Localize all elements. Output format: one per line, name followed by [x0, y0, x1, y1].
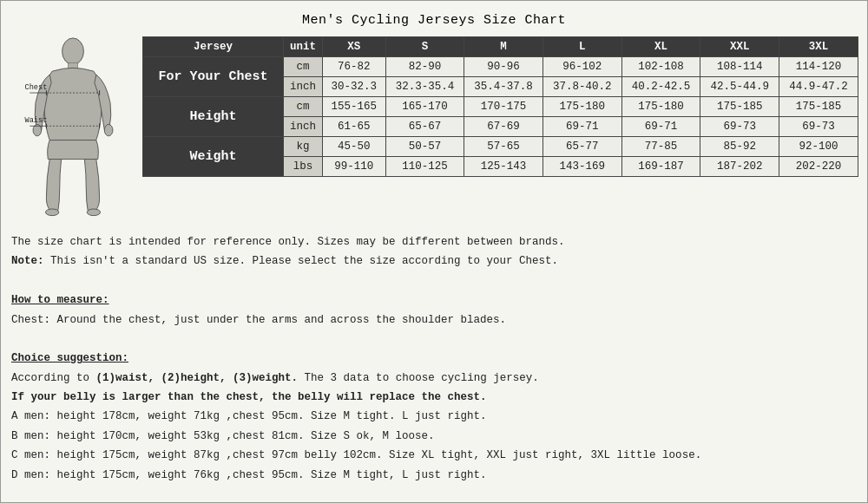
- notes-section: The size chart is intended for reference…: [10, 227, 858, 487]
- unit-cell: cm: [283, 57, 322, 77]
- data-cell-l: 96-102: [542, 57, 621, 77]
- table-row: For Your Chestcm76-8282-9090-9696-102102…: [143, 57, 858, 77]
- note-spacer2: [11, 331, 857, 348]
- choice-label: Choice suggestion:: [11, 350, 857, 367]
- data-cell-m: 35.4-37.8: [464, 77, 543, 97]
- note-line1: The size chart is intended for reference…: [11, 234, 857, 251]
- data-cell-xxl: 69-73: [700, 117, 779, 137]
- unit-cell: kg: [283, 137, 322, 157]
- choice-line2: If your belly is larger than the chest, …: [11, 389, 857, 406]
- unit-cell: lbs: [283, 157, 322, 177]
- data-cell-xs: 61-65: [323, 117, 385, 137]
- choice-c: C men: height 175cm, weight 87kg ,chest …: [11, 447, 857, 464]
- table-header-row: Jersey unit XS S M L XL XXL 3XL: [143, 37, 858, 57]
- note-line2: Note: This isn't a standard US size. Ple…: [11, 253, 857, 270]
- data-cell-s: 65-67: [385, 117, 464, 137]
- data-cell-s: 110-125: [385, 157, 464, 177]
- data-cell-xl: 77-85: [621, 137, 700, 157]
- page-title: Men's Cycling Jerseys Size Chart: [302, 13, 566, 28]
- choice-weight: (3)weight.: [233, 372, 298, 384]
- data-cell-xl: 40.2-42.5: [621, 77, 700, 97]
- data-cell-xs: 155-165: [323, 97, 385, 117]
- data-cell-s: 32.3-35.4: [385, 77, 464, 97]
- unit-cell: cm: [283, 97, 322, 117]
- data-cell-xxl: 42.5-44.9: [700, 77, 779, 97]
- choice-b: B men: height 170cm, weight 53kg ,chest …: [11, 428, 857, 445]
- data-cell-m: 90-96: [464, 57, 543, 77]
- table-row: Heightcm155-165165-170170-175175-180175-…: [143, 97, 858, 117]
- data-cell-xs: 30-32.3: [323, 77, 385, 97]
- category-cell-0: For Your Chest: [143, 57, 284, 97]
- col-header-xxl: XXL: [700, 37, 779, 57]
- data-cell-l: 69-71: [542, 117, 621, 137]
- size-chart-table: Jersey unit XS S M L XL XXL 3XL For Your…: [142, 36, 858, 177]
- data-cell-xxxl: 69-73: [779, 117, 858, 137]
- choice-d: D men: height 175cm, weight 76kg ,chest …: [11, 467, 857, 484]
- data-cell-xxl: 175-185: [700, 97, 779, 117]
- table-row: Weightkg45-5050-5757-6565-7777-8585-9292…: [143, 137, 858, 157]
- data-cell-xs: 76-82: [323, 57, 385, 77]
- choice-line1: According to (1)waist, (2)height, (3)wei…: [11, 370, 857, 387]
- note-spacer: [11, 273, 857, 290]
- col-header-unit: unit: [283, 37, 322, 57]
- svg-point-5: [87, 209, 100, 216]
- data-cell-s: 165-170: [385, 97, 464, 117]
- col-header-xs: XS: [323, 37, 385, 57]
- svg-point-0: [62, 38, 83, 65]
- chest-label: Chest: [24, 83, 47, 92]
- note-label: Note:: [11, 255, 44, 267]
- how-label: How to measure:: [11, 292, 857, 309]
- unit-cell: inch: [283, 77, 322, 97]
- data-cell-l: 143-169: [542, 157, 621, 177]
- data-cell-xs: 45-50: [323, 137, 385, 157]
- col-header-l: L: [542, 37, 621, 57]
- data-cell-xxl: 187-202: [700, 157, 779, 177]
- waist-label: Waist: [24, 116, 47, 125]
- data-cell-xl: 175-180: [621, 97, 700, 117]
- category-cell-2: Weight: [143, 137, 284, 177]
- choice-height: (2)height,: [161, 372, 227, 384]
- page-container: Men's Cycling Jerseys Size Chart: [0, 0, 868, 503]
- data-cell-xxxl: 175-185: [779, 97, 858, 117]
- data-cell-m: 67-69: [464, 117, 543, 137]
- data-cell-xxxl: 202-220: [779, 157, 858, 177]
- data-cell-xxl: 85-92: [700, 137, 779, 157]
- body-figure: Chest Waist: [21, 36, 125, 227]
- data-cell-l: 175-180: [542, 97, 621, 117]
- unit-cell: inch: [283, 117, 322, 137]
- col-header-xl: XL: [621, 37, 700, 57]
- data-cell-xxxl: 44.9-47.2: [779, 77, 858, 97]
- data-cell-s: 82-90: [385, 57, 464, 77]
- how-text: Chest: Around the chest, just under the …: [11, 312, 857, 329]
- data-cell-xxxl: 92-100: [779, 137, 858, 157]
- data-cell-xl: 102-108: [621, 57, 700, 77]
- data-cell-l: 37.8-40.2: [542, 77, 621, 97]
- data-cell-xs: 99-110: [323, 157, 385, 177]
- figure-wrap: Chest Waist: [21, 36, 125, 227]
- size-chart-table-col: Jersey unit XS S M L XL XXL 3XL For Your…: [142, 36, 858, 227]
- content-row: Chest Waist Jersey unit XS S M L XL: [10, 36, 858, 227]
- svg-point-3: [104, 124, 113, 135]
- data-cell-l: 65-77: [542, 137, 621, 157]
- data-cell-m: 125-143: [464, 157, 543, 177]
- col-header-jersey: Jersey: [143, 37, 284, 57]
- note-text: This isn't a standard US size. Please se…: [44, 255, 559, 267]
- data-cell-xxxl: 114-120: [779, 57, 858, 77]
- col-header-s: S: [385, 37, 464, 57]
- choice-waist: (1)waist,: [96, 372, 155, 384]
- data-cell-m: 57-65: [464, 137, 543, 157]
- data-cell-s: 50-57: [385, 137, 464, 157]
- choice-a: A men: height 178cm, weight 71kg ,chest …: [11, 408, 857, 425]
- col-header-3xl: 3XL: [779, 37, 858, 57]
- data-cell-xxl: 108-114: [700, 57, 779, 77]
- data-cell-xl: 69-71: [621, 117, 700, 137]
- data-cell-xl: 169-187: [621, 157, 700, 177]
- figure-column: Chest Waist: [10, 36, 135, 227]
- data-cell-m: 170-175: [464, 97, 543, 117]
- category-cell-1: Height: [143, 97, 284, 137]
- col-header-m: M: [464, 37, 543, 57]
- svg-point-4: [45, 209, 58, 216]
